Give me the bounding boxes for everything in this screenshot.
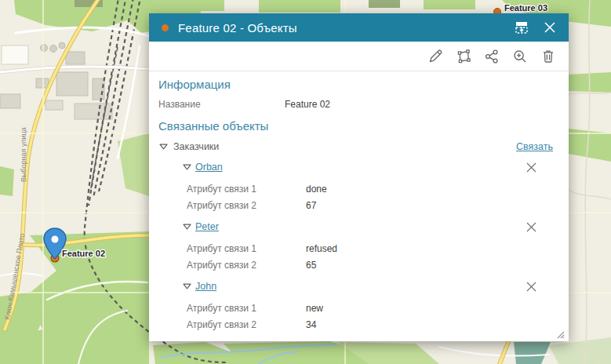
section-info-heading: Информация bbox=[158, 78, 558, 92]
field-label: Название bbox=[158, 98, 285, 111]
link-objects-button[interactable]: Связать bbox=[516, 141, 553, 152]
feature-02-label: Feature 02 bbox=[62, 249, 105, 258]
attr-row: Атрибут связи 1 refused bbox=[158, 241, 558, 257]
attr-row: Атрибут связи 1 new bbox=[158, 300, 558, 317]
chevron-down-icon[interactable] bbox=[158, 143, 168, 151]
attr-label: Атрибут связи 2 bbox=[187, 198, 306, 214]
delete-icon[interactable] bbox=[540, 49, 556, 64]
info-row-name: Название Feature 02 bbox=[158, 98, 558, 111]
attr-value: done bbox=[306, 181, 327, 198]
chevron-down-icon[interactable] bbox=[182, 282, 191, 290]
attr-label: Атрибут связи 1 bbox=[187, 181, 306, 198]
attr-value: 67 bbox=[306, 198, 316, 214]
attr-label: Атрибут связи 1 bbox=[187, 241, 306, 257]
customer-name-link[interactable]: Orban bbox=[195, 162, 223, 173]
remove-link-icon[interactable] bbox=[525, 220, 537, 233]
popup-header[interactable]: Feature 02 - Объекты bbox=[149, 13, 569, 42]
attr-value: new bbox=[306, 300, 323, 317]
attr-row: Атрибут связи 2 34 bbox=[158, 317, 558, 333]
popup-title: Feature 02 - Объекты bbox=[178, 21, 297, 35]
chevron-down-icon[interactable] bbox=[182, 223, 191, 231]
feature-status-dot bbox=[162, 24, 169, 31]
field-value: Feature 02 bbox=[285, 98, 330, 111]
related-group-row: Заказчики Связать bbox=[158, 140, 558, 154]
zoom-to-feature-icon[interactable] bbox=[512, 49, 528, 64]
attr-value: refused bbox=[306, 241, 337, 257]
share-icon[interactable] bbox=[484, 49, 500, 64]
dock-icon[interactable] bbox=[514, 20, 529, 35]
remove-link-icon[interactable] bbox=[525, 161, 537, 173]
attr-value: 65 bbox=[306, 257, 316, 274]
attr-label: Атрибут связи 2 bbox=[187, 317, 306, 333]
edit-geometry-icon[interactable] bbox=[456, 49, 471, 64]
feature-popup: Feature 02 - Объекты bbox=[149, 13, 569, 341]
customer-item-john: John Атрибут связи 1 new Атрибут связи 2… bbox=[158, 279, 558, 333]
group-label: Заказчики bbox=[173, 141, 219, 152]
feature-03-label: Feature 03 bbox=[504, 3, 547, 13]
popup-toolbar bbox=[149, 42, 569, 71]
popup-content: Информация Название Feature 02 Связанные… bbox=[149, 71, 569, 341]
attr-value: 34 bbox=[306, 317, 316, 333]
attr-label: Атрибут связи 1 bbox=[187, 300, 306, 317]
attr-row: Атрибут связи 2 65 bbox=[158, 257, 558, 274]
customer-header: John bbox=[182, 279, 558, 293]
attr-row: Атрибут связи 1 done bbox=[158, 181, 558, 198]
customer-header: Orban bbox=[182, 160, 558, 174]
customer-item-orban: Orban Атрибут связи 1 done Атрибут связи… bbox=[158, 160, 558, 214]
close-icon[interactable] bbox=[542, 20, 558, 35]
edit-pencil-icon[interactable] bbox=[427, 49, 443, 64]
street-label-vybornaya: Выборная улица bbox=[20, 127, 27, 182]
resize-handle-icon[interactable] bbox=[555, 328, 565, 337]
remove-link-icon[interactable] bbox=[525, 280, 537, 293]
customer-item-peter: Peter Атрибут связи 1 refused Атрибут св… bbox=[158, 220, 558, 274]
customer-name-link[interactable]: Peter bbox=[195, 221, 219, 232]
attr-row: Атрибут связи 2 67 bbox=[158, 198, 558, 214]
chevron-down-icon[interactable] bbox=[182, 163, 191, 171]
customer-name-link[interactable]: John bbox=[195, 281, 216, 292]
attr-label: Атрибут связи 2 bbox=[187, 257, 306, 274]
section-related-heading: Связанные объекты bbox=[158, 119, 558, 133]
customer-header: Peter bbox=[182, 220, 558, 234]
